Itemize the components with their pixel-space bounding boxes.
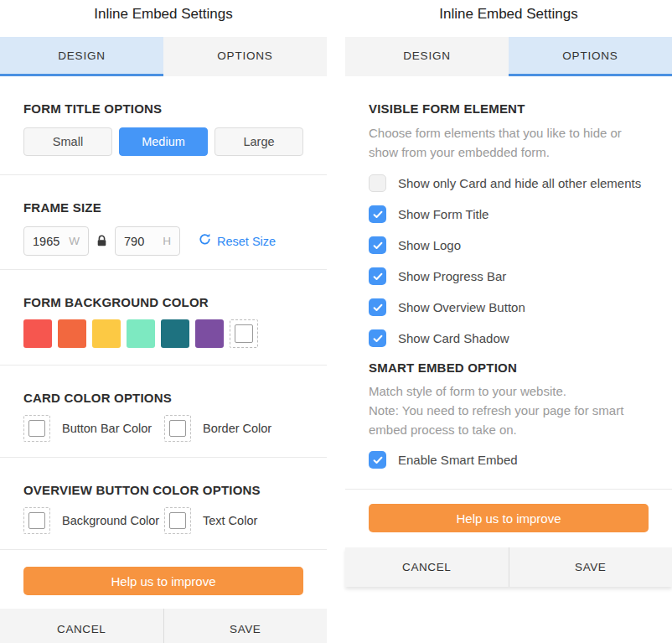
color-swatch-teal[interactable] [161, 319, 189, 348]
section-description: Choose form elements that you like to hi… [369, 123, 645, 162]
section-heading: CARD COLOR OPTIONS [23, 391, 303, 405]
frame-size-controls: 1965 W 790 H Reset Size [23, 226, 303, 256]
checkbox-checked[interactable] [369, 451, 386, 469]
size-large-button[interactable]: Large [215, 127, 303, 156]
dialog-footer: CANCEL SAVE [345, 547, 672, 587]
color-swatch-red[interactable] [23, 319, 52, 348]
checkbox-checked[interactable] [369, 329, 386, 347]
frame-size-section: FRAME SIZE 1965 W 790 H Reset Size [0, 175, 327, 270]
cancel-button[interactable]: CANCEL [345, 547, 509, 587]
save-button[interactable]: SAVE [164, 609, 328, 643]
button-bar-color-swatch[interactable] [23, 415, 50, 442]
checkbox-unchecked[interactable] [369, 174, 386, 192]
color-swatch-mint[interactable] [127, 319, 155, 348]
checkbox-label: Show Progress Bar [398, 269, 506, 283]
background-color-picker: Background Color [23, 507, 164, 534]
visible-form-element-section: VISIBLE FORM ELEMENT Choose form element… [345, 76, 672, 347]
help-us-to-improve-button[interactable]: Help us to improve [369, 504, 649, 532]
inline-embed-settings-dialogs: Inline Embed Settings DESIGN OPTIONS FOR… [0, 0, 672, 643]
description-line-2: Note: You need to refresh your page for … [369, 401, 645, 439]
card-color-options-section: CARD COLOR OPTIONS Button Bar Color Bord… [0, 366, 327, 458]
section-heading: FORM BACKGROUND COLOR [23, 295, 303, 309]
checkbox-show-progress-bar[interactable]: Show Progress Bar [369, 267, 649, 285]
tab-bar: DESIGN OPTIONS [345, 37, 672, 76]
cancel-button[interactable]: CANCEL [0, 609, 164, 643]
smart-embed-section: SMART EMBED OPTION Match style of form t… [345, 360, 672, 469]
color-swatch-orange[interactable] [58, 319, 86, 348]
picker-label: Text Color [203, 514, 257, 527]
checkbox-label: Show Form Title [398, 207, 488, 221]
picker-label: Background Color [62, 514, 159, 527]
page-title: Inline Embed Settings [0, 0, 327, 37]
color-swatch-white-selected[interactable] [230, 319, 258, 348]
width-value[interactable]: 1965 [33, 235, 69, 248]
tab-options[interactable]: OPTIONS [163, 37, 327, 76]
form-title-options-section: FORM TITLE OPTIONS Small Medium Large [0, 76, 327, 175]
height-field[interactable]: 790 H [115, 226, 180, 256]
selected-swatch-inner [235, 324, 253, 343]
check-icon [373, 303, 383, 312]
options-panel: Inline Embed Settings DESIGN OPTIONS VIS… [345, 0, 672, 643]
picker-label: Border Color [203, 422, 271, 435]
button-bar-color-picker: Button Bar Color [23, 415, 164, 442]
color-swatch-yellow[interactable] [92, 319, 121, 348]
check-icon [373, 334, 383, 343]
size-small-button[interactable]: Small [23, 127, 112, 156]
checkbox-show-overview-button[interactable]: Show Overview Button [369, 298, 649, 316]
description-line-1: Match style of form to your website. [369, 381, 645, 401]
height-unit-label: H [163, 235, 171, 247]
section-heading: SMART EMBED OPTION [369, 360, 649, 375]
reset-size-label: Reset Size [217, 235, 276, 248]
help-area: Help us to improve [0, 550, 327, 609]
save-button[interactable]: SAVE [509, 547, 672, 587]
width-unit-label: W [69, 235, 80, 247]
checkbox-label: Show Card Shadow [398, 331, 509, 345]
form-background-color-section: FORM BACKGROUND COLOR [0, 270, 327, 366]
checkbox-checked[interactable] [369, 267, 386, 285]
tab-options[interactable]: OPTIONS [509, 37, 672, 76]
checkbox-checked[interactable] [369, 236, 386, 254]
design-panel: Inline Embed Settings DESIGN OPTIONS FOR… [0, 0, 327, 643]
size-medium-button[interactable]: Medium [119, 127, 208, 156]
tab-design[interactable]: DESIGN [0, 37, 163, 76]
checkbox-label: Show Overview Button [398, 300, 525, 314]
color-swatch-group [23, 319, 303, 348]
height-value[interactable]: 790 [124, 235, 163, 248]
dialog-footer: CANCEL SAVE [0, 609, 327, 643]
help-area: Help us to improve [345, 490, 672, 547]
overview-color-pickers: Background Color Text Color [23, 507, 303, 534]
border-color-swatch[interactable] [164, 415, 191, 442]
checkbox-show-logo[interactable]: Show Logo [369, 236, 649, 254]
help-us-to-improve-button[interactable]: Help us to improve [23, 567, 303, 595]
checkbox-checked[interactable] [369, 298, 386, 316]
checkbox-checked[interactable] [369, 205, 386, 223]
tab-design[interactable]: DESIGN [345, 37, 509, 76]
check-icon [373, 272, 383, 281]
checkbox-label: Enable Smart Embed [398, 453, 518, 467]
width-field[interactable]: 1965 W [23, 226, 89, 256]
text-color-swatch[interactable] [164, 507, 191, 534]
section-heading: FRAME SIZE [23, 200, 303, 215]
color-swatch-purple[interactable] [195, 319, 224, 348]
card-color-pickers: Button Bar Color Border Color [23, 415, 303, 442]
checkbox-show-only-card[interactable]: Show only Card and hide all other elemen… [369, 174, 649, 192]
tab-bar: DESIGN OPTIONS [0, 37, 327, 76]
refresh-icon [199, 233, 211, 249]
section-heading: OVERVIEW BUTTON COLOR OPTIONS [23, 483, 303, 497]
checkbox-label: Show Logo [398, 238, 461, 252]
section-heading: VISIBLE FORM ELEMENT [369, 101, 649, 116]
checkbox-show-form-title[interactable]: Show Form Title [369, 205, 649, 223]
checkbox-show-card-shadow[interactable]: Show Card Shadow [369, 329, 649, 347]
background-color-swatch[interactable] [23, 507, 50, 534]
section-heading: FORM TITLE OPTIONS [23, 101, 303, 116]
text-color-picker: Text Color [164, 507, 257, 534]
picker-label: Button Bar Color [62, 422, 152, 435]
smart-embed-description: Match style of form to your website. Not… [369, 381, 645, 439]
overview-button-color-options-section: OVERVIEW BUTTON COLOR OPTIONS Background… [0, 458, 327, 550]
reset-size-button[interactable]: Reset Size [199, 233, 276, 249]
border-color-picker: Border Color [164, 415, 271, 442]
lock-icon[interactable] [96, 235, 107, 247]
element-visibility-list: Show only Card and hide all other elemen… [369, 174, 649, 347]
check-icon [373, 456, 383, 464]
checkbox-enable-smart-embed[interactable]: Enable Smart Embed [369, 451, 649, 469]
